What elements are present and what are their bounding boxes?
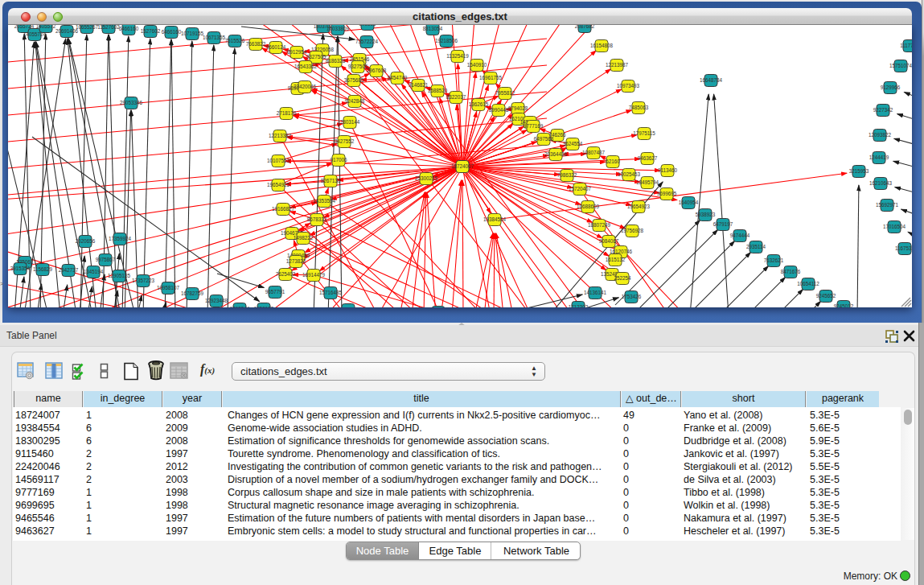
- svg-text:2803144: 2803144: [340, 119, 360, 125]
- svg-text:2087682: 2087682: [575, 25, 595, 29]
- svg-text:15751074: 15751074: [889, 63, 912, 68]
- svg-text:4188012: 4188012: [339, 307, 359, 307]
- svg-text:16648784: 16648784: [700, 77, 723, 83]
- svg-text:8813054: 8813054: [423, 26, 443, 31]
- svg-text:1345194: 1345194: [84, 269, 104, 274]
- svg-text:7625402: 7625402: [276, 271, 296, 277]
- svg-text:18724007: 18724007: [451, 163, 474, 169]
- svg-text:8471676: 8471676: [781, 269, 801, 274]
- svg-text:10807487: 10807487: [582, 150, 606, 155]
- svg-text:1156829: 1156829: [33, 266, 53, 272]
- svg-text:2967608: 2967608: [367, 68, 387, 73]
- svg-text:9657791: 9657791: [265, 289, 285, 295]
- svg-text:73572224: 73572224: [355, 39, 379, 44]
- svg-text:16914479: 16914479: [302, 272, 326, 278]
- svg-text:12213987: 12213987: [606, 62, 629, 68]
- svg-text:1405572: 1405572: [36, 25, 56, 29]
- svg-text:9227342: 9227342: [873, 107, 893, 113]
- svg-text:3215953: 3215953: [849, 168, 869, 174]
- svg-text:6497568: 6497568: [534, 136, 554, 142]
- svg-text:9327506: 9327506: [348, 64, 368, 69]
- svg-text:19166827: 19166827: [272, 206, 295, 212]
- svg-text:10107553: 10107553: [267, 158, 290, 163]
- svg-text:16961755: 16961755: [479, 75, 503, 80]
- svg-text:8990448: 8990448: [489, 107, 509, 113]
- svg-text:7986322: 7986322: [557, 172, 577, 178]
- svg-text:9474444: 9474444: [730, 233, 750, 238]
- svg-text:1640954: 1640954: [679, 200, 699, 205]
- svg-text:9660124: 9660124: [266, 44, 286, 50]
- svg-text:12093822: 12093822: [869, 132, 892, 138]
- svg-text:19384554: 19384554: [483, 216, 507, 222]
- svg-text:18495794: 18495794: [636, 179, 659, 185]
- svg-text:8912954: 8912954: [287, 49, 307, 55]
- svg-text:10654112: 10654112: [797, 281, 819, 286]
- svg-text:19218506: 19218506: [435, 38, 458, 43]
- svg-text:62160: 62160: [606, 159, 620, 164]
- svg-text:9699695: 9699695: [657, 191, 677, 196]
- svg-text:9113460: 9113460: [658, 167, 678, 173]
- svg-text:16543362: 16543362: [294, 64, 318, 69]
- svg-text:11325419: 11325419: [446, 53, 469, 59]
- svg-text:2020656: 2020656: [76, 238, 96, 244]
- svg-text:9463627: 9463627: [638, 155, 658, 161]
- svg-text:9975867: 9975867: [96, 257, 116, 262]
- svg-text:14136141: 14136141: [584, 290, 607, 295]
- svg-text:1615132: 1615132: [606, 257, 626, 262]
- svg-text:17975115: 17975115: [633, 130, 655, 136]
- svg-text:1292344: 1292344: [230, 306, 250, 307]
- svg-text:8678332: 8678332: [307, 216, 327, 222]
- svg-text:19756928: 19756928: [621, 228, 644, 233]
- svg-text:8454749: 8454749: [388, 75, 408, 80]
- svg-text:12213382: 12213382: [269, 133, 292, 138]
- svg-text:9327505: 9327505: [306, 54, 326, 60]
- svg-text:2718176: 2718176: [277, 110, 297, 116]
- svg-text:3675685: 3675685: [344, 77, 364, 83]
- svg-text:1117774: 1117774: [900, 43, 912, 48]
- svg-text:20364436: 20364436: [544, 151, 568, 157]
- svg-text:18807249: 18807249: [588, 222, 611, 228]
- svg-text:803815: 803815: [359, 25, 376, 27]
- svg-text:10958107: 10958107: [157, 285, 180, 290]
- svg-text:16033809: 16033809: [326, 26, 350, 31]
- svg-text:15716485: 15716485: [319, 290, 343, 295]
- svg-text:25300215: 25300215: [415, 175, 438, 181]
- svg-text:1273822: 1273822: [286, 258, 306, 264]
- svg-text:17359924: 17359924: [109, 236, 132, 241]
- svg-text:1527602: 1527602: [141, 28, 161, 34]
- svg-text:1167533: 1167533: [895, 245, 912, 251]
- svg-text:2942737: 2942737: [59, 267, 79, 273]
- svg-text:9129966: 9129966: [881, 84, 901, 90]
- svg-text:1362615: 1362615: [469, 101, 489, 107]
- svg-text:1244419: 1244419: [869, 154, 889, 160]
- svg-text:10025453: 10025453: [618, 171, 641, 177]
- svg-text:16210643: 16210643: [869, 180, 893, 186]
- svg-text:10671355: 10671355: [203, 35, 226, 40]
- svg-text:19654923: 19654923: [627, 204, 651, 209]
- svg-text:7955812: 7955812: [495, 90, 515, 96]
- svg-text:7515526: 7515526: [225, 38, 245, 43]
- svg-text:6479197: 6479197: [713, 221, 733, 227]
- svg-text:10719155: 10719155: [181, 31, 204, 36]
- svg-text:9084067: 9084067: [599, 238, 619, 244]
- svg-text:1588520: 1588520: [428, 88, 448, 93]
- svg-text:9242848: 9242848: [345, 98, 365, 104]
- svg-text:12905135: 12905135: [108, 273, 131, 278]
- svg-text:16154808: 16154808: [590, 43, 614, 48]
- svg-text:15692971: 15692971: [876, 202, 899, 208]
- svg-text:6794028: 6794028: [508, 105, 528, 111]
- svg-text:6466160: 6466160: [162, 29, 182, 35]
- svg-text:9146821: 9146821: [409, 82, 429, 88]
- svg-text:17357223: 17357223: [132, 278, 155, 283]
- svg-text:9245012: 9245012: [834, 303, 854, 307]
- svg-text:7663822: 7663822: [246, 41, 266, 47]
- svg-text:19654925: 19654925: [267, 182, 290, 187]
- svg-text:1540910: 1540910: [467, 62, 487, 68]
- svg-text:17016504: 17016504: [883, 224, 906, 229]
- svg-text:16782759: 16782759: [181, 290, 204, 296]
- svg-text:23420046: 23420046: [294, 84, 317, 89]
- svg-text:1650123: 1650123: [254, 306, 274, 307]
- svg-text:5938923: 5938923: [696, 212, 716, 217]
- svg-text:11527602: 11527602: [97, 25, 120, 30]
- svg-text:8267130: 8267130: [321, 178, 341, 183]
